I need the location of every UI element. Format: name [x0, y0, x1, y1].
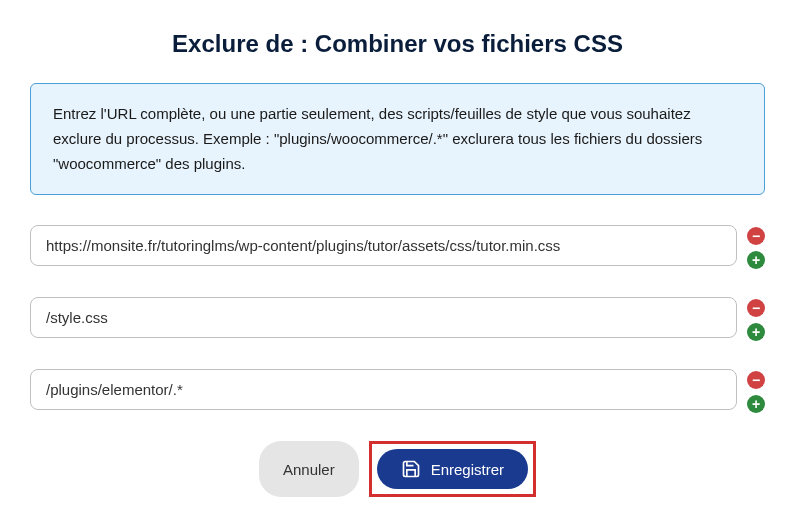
cancel-button[interactable]: Annuler: [259, 441, 359, 497]
input-controls: − +: [747, 225, 765, 269]
minus-icon: −: [752, 373, 760, 387]
remove-input-button[interactable]: −: [747, 227, 765, 245]
dialog-actions: Annuler Enregistrer: [30, 441, 765, 497]
remove-input-button[interactable]: −: [747, 299, 765, 317]
save-button-label: Enregistrer: [431, 461, 504, 478]
exclude-url-input[interactable]: [30, 369, 737, 410]
add-input-button[interactable]: +: [747, 395, 765, 413]
minus-icon: −: [752, 301, 760, 315]
input-row: − +: [30, 297, 765, 341]
save-icon: [401, 459, 421, 479]
input-controls: − +: [747, 297, 765, 341]
add-input-button[interactable]: +: [747, 323, 765, 341]
plus-icon: +: [752, 253, 760, 267]
save-button-highlight: Enregistrer: [369, 441, 536, 497]
remove-input-button[interactable]: −: [747, 371, 765, 389]
exclude-url-input[interactable]: [30, 225, 737, 266]
input-row: − +: [30, 225, 765, 269]
info-box: Entrez l'URL complète, ou une partie seu…: [30, 83, 765, 195]
input-controls: − +: [747, 369, 765, 413]
exclude-url-input[interactable]: [30, 297, 737, 338]
dialog-title: Exclure de : Combiner vos fichiers CSS: [30, 30, 765, 58]
add-input-button[interactable]: +: [747, 251, 765, 269]
plus-icon: +: [752, 397, 760, 411]
input-row: − +: [30, 369, 765, 413]
minus-icon: −: [752, 229, 760, 243]
save-button[interactable]: Enregistrer: [377, 449, 528, 489]
plus-icon: +: [752, 325, 760, 339]
